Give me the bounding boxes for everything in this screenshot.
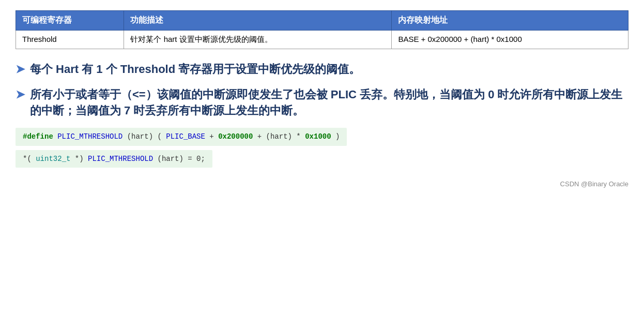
cell-description: 针对某个 hart 设置中断源优先级的阈值。 <box>124 31 392 49</box>
code-close-1: ) <box>335 132 340 141</box>
code-assign: (hart) = 0; <box>158 155 205 163</box>
hex-val-1: 0x200000 <box>218 132 253 141</box>
cell-register: Threshold <box>16 31 124 49</box>
code-deref: *( <box>23 155 32 163</box>
hex-val-2: 0x1000 <box>305 132 331 141</box>
bullet-item-2: ➤ 所有小于或者等于（<=）该阈值的中断源即使发生了也会被 PLIC 丢弃。特别… <box>16 87 628 119</box>
table-row: Threshold 针对某个 hart 设置中断源优先级的阈值。 BASE + … <box>16 31 628 49</box>
code-block-1: #define PLIC_MTHRESHOLD (hart) ( PLIC_BA… <box>16 128 347 145</box>
code-block-2: *( uint32_t *) PLIC_MTHRESHOLD (hart) = … <box>16 150 212 168</box>
footer: CSDN @Binary Oracle <box>16 180 628 188</box>
register-table: 可编程寄存器 功能描述 内存映射地址 Threshold 针对某个 hart 设… <box>16 10 628 49</box>
macro-name-1: PLIC_MTHRESHOLD <box>57 132 122 141</box>
macro-base: PLIC_BASE <box>166 132 205 141</box>
bullet-arrow-2: ➤ <box>16 88 25 101</box>
code-plus-1: + <box>209 132 218 141</box>
cell-address: BASE + 0x200000 + (hart) * 0x1000 <box>392 31 628 49</box>
col-header-description: 功能描述 <box>124 11 392 31</box>
bullet-section: ➤ 每个 Hart 有 1 个 Threshold 寄存器用于设置中断优先级的阈… <box>16 62 628 118</box>
col-header-register: 可编程寄存器 <box>16 11 124 31</box>
bullet-item-1: ➤ 每个 Hart 有 1 个 Threshold 寄存器用于设置中断优先级的阈… <box>16 62 628 78</box>
code-section: #define PLIC_MTHRESHOLD (hart) ( PLIC_BA… <box>16 128 628 172</box>
bullet-text-1: 每个 Hart 有 1 个 Threshold 寄存器用于设置中断优先级的阈值。 <box>30 62 360 78</box>
code-cast: *) <box>75 155 84 163</box>
type-name: uint32_t <box>36 155 70 163</box>
bullet-arrow-1: ➤ <box>16 63 25 76</box>
keyword-define: #define <box>23 132 53 141</box>
macro-name-2: PLIC_MTHRESHOLD <box>88 155 153 163</box>
code-plus-2: + (hart) * <box>257 132 305 141</box>
bullet-text-2: 所有小于或者等于（<=）该阈值的中断源即使发生了也会被 PLIC 丢弃。特别地，… <box>30 87 628 119</box>
col-header-address: 内存映射地址 <box>392 11 628 31</box>
code-paren-1: (hart) ( <box>127 132 162 141</box>
